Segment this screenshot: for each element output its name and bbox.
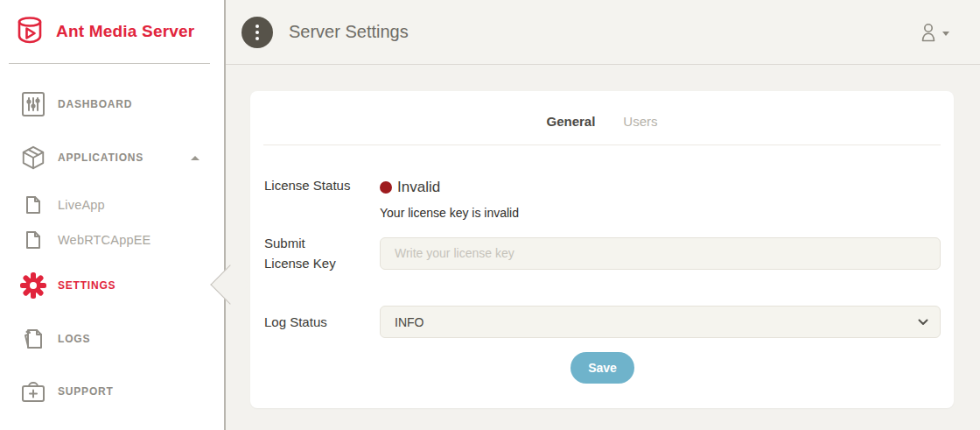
sidebar-item-label: APPLICATIONS — [58, 152, 144, 164]
settings-card: General Users License Status Invalid — [250, 91, 954, 408]
top-header: Server Settings — [226, 0, 980, 65]
sidebar-item-support[interactable]: SUPPORT — [0, 370, 224, 412]
tab-general[interactable]: General — [546, 114, 595, 129]
user-menu[interactable] — [919, 22, 949, 43]
license-status-value: Invalid Your license key is invalid — [380, 175, 941, 220]
sidebar-item-label: LiveApp — [58, 198, 105, 212]
sidebar-nav: DASHBOARD APPLICATIONS — [0, 64, 224, 412]
gear-icon — [19, 271, 47, 300]
license-key-field-wrap — [380, 237, 941, 270]
sidebar-item-label: SUPPORT — [58, 385, 114, 398]
log-status-label: Log Status — [264, 312, 380, 332]
tab-users[interactable]: Users — [623, 114, 657, 129]
license-status-row: License Status Invalid Your license key … — [264, 175, 941, 220]
license-status-message: Your license key is invalid — [380, 206, 941, 220]
dashboard-sliders-icon — [19, 91, 47, 117]
license-key-input[interactable] — [380, 237, 941, 270]
sidebar-item-label: WebRTCAppEE — [58, 233, 150, 247]
first-aid-kit-icon — [19, 379, 47, 404]
sidebar-item-label: SETTINGS — [58, 279, 116, 292]
log-status-row: Log Status INFO — [264, 306, 941, 338]
file-icon — [19, 230, 47, 250]
license-status-label: License Status — [264, 175, 380, 195]
page-title: Server Settings — [289, 22, 409, 42]
log-status-select[interactable]: INFO — [380, 306, 941, 338]
logs-document-icon — [19, 327, 47, 351]
menu-kebab-button[interactable] — [242, 17, 273, 48]
package-icon — [19, 145, 47, 171]
sidebar-item-settings[interactable]: SETTINGS — [0, 264, 224, 307]
collapse-up-icon[interactable] — [191, 156, 200, 160]
caret-down-icon — [942, 32, 949, 36]
app-window: Ant Media Server DASHBOARD — [0, 0, 980, 430]
log-status-select-wrap: INFO — [380, 306, 941, 338]
main-area: Server Settings General Users — [226, 0, 980, 430]
license-key-label: Submit License Key — [264, 233, 341, 273]
sidebar-item-applications[interactable]: APPLICATIONS — [0, 137, 224, 179]
save-row: Save — [264, 352, 941, 384]
tab-divider — [263, 145, 941, 145]
user-icon — [919, 22, 938, 43]
sidebar-item-logs[interactable]: LOGS — [0, 318, 224, 360]
brand-logo[interactable]: Ant Media Server — [0, 0, 224, 63]
sidebar-item-webrtcappee[interactable]: WebRTCAppEE — [0, 222, 224, 257]
file-icon — [19, 195, 47, 215]
sidebar-item-dashboard[interactable]: DASHBOARD — [0, 83, 224, 125]
sidebar-item-label: DASHBOARD — [58, 98, 132, 110]
save-button[interactable]: Save — [570, 352, 634, 384]
tab-bar: General Users — [250, 91, 954, 145]
sidebar-item-label: LOGS — [58, 333, 90, 345]
sidebar-item-liveapp[interactable]: LiveApp — [0, 187, 224, 222]
content-area: General Users License Status Invalid — [226, 65, 980, 430]
server-settings-form: License Status Invalid Your license key … — [250, 175, 954, 384]
status-invalid-dot-icon — [380, 181, 392, 194]
brand-name: Ant Media Server — [56, 22, 194, 41]
license-status-text: Invalid — [397, 179, 440, 196]
ant-media-logo-icon — [12, 12, 47, 51]
license-key-row: Submit License Key — [264, 233, 941, 273]
sidebar: Ant Media Server DASHBOARD — [0, 0, 226, 430]
